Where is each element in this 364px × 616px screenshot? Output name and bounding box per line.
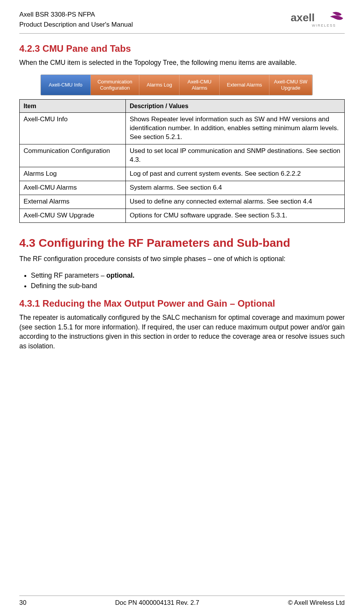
list-item: Defining the sub-band: [31, 281, 345, 291]
bullet-text: Setting RF parameters –: [31, 272, 107, 279]
section-4-2-3-heading: 4.2.3 CMU Pane and Tabs: [19, 43, 345, 54]
header-text: Axell BSR 3308-PS NFPA Product Descripti…: [19, 10, 133, 29]
table-row: Axell-CMU SW Upgrade Options for CMU sof…: [20, 209, 345, 222]
page-number: 30: [19, 599, 26, 606]
phase-list: Setting RF parameters – optional. Defini…: [31, 270, 345, 291]
cell-item: Alarms Log: [20, 167, 126, 181]
doc-revision: Doc PN 4000004131 Rev. 2.7: [115, 599, 199, 606]
table-row: Communication Configuration Used to set …: [20, 144, 345, 167]
cell-item: Axell-CMU SW Upgrade: [20, 209, 126, 222]
tab-external-alarms: External Alarms: [220, 75, 269, 95]
list-item: Setting RF parameters – optional.: [31, 270, 345, 281]
table-row: Alarms Log Log of past and current syste…: [20, 167, 345, 181]
cell-desc: System alarms. See section 6.4: [126, 181, 345, 195]
cmu-items-table: Item Description / Values Axell-CMU Info…: [19, 99, 345, 223]
brand-logo: axell WIRELESS: [291, 10, 345, 29]
svg-text:axell: axell: [291, 12, 315, 24]
table-header-item: Item: [20, 99, 126, 113]
section-4-3-heading: 4.3 Configuring the RF Parameters and Su…: [19, 236, 345, 249]
product-model: Axell BSR 3308-PS NFPA: [19, 10, 133, 20]
section-4-3-1-heading: 4.3.1 Reducing the Max Output Power and …: [19, 298, 345, 309]
section-4-3-intro: The RF configuration procedure consists …: [19, 254, 345, 264]
tab-comm-config: Communication Configuration: [91, 75, 140, 95]
copyright: © Axell Wireless Ltd: [288, 599, 345, 606]
table-row: Axell-CMU Alarms System alarms. See sect…: [20, 181, 345, 195]
cell-desc: Shows Repeater level information such as…: [126, 113, 345, 144]
tab-cmu-alarms: Axell-CMU Alarms: [179, 75, 220, 95]
svg-text:WIRELESS: WIRELESS: [312, 24, 336, 27]
tab-alarms-log: Alarms Log: [139, 75, 179, 95]
section-4-3-1-body: The repeater is automatically configured…: [19, 313, 345, 351]
tabs-screenshot: Axell-CMU Info Communication Configurati…: [41, 75, 313, 95]
cell-item: Axell-CMU Alarms: [20, 181, 126, 195]
cell-desc: Used to define any connected external al…: [126, 195, 345, 209]
tab-cmu-info: Axell-CMU Info: [41, 75, 91, 95]
page-footer: 30 Doc PN 4000004131 Rev. 2.7 © Axell Wi…: [19, 596, 345, 606]
cell-item: Axell-CMU Info: [20, 113, 126, 144]
bullet-bold: optional.: [107, 272, 135, 279]
tab-sw-upgrade: Axell-CMU SW Upgrade: [269, 75, 312, 95]
cell-desc: Options for CMU software upgrade. See se…: [126, 209, 345, 222]
cell-item: Communication Configuration: [20, 144, 126, 167]
axell-logo-icon: axell WIRELESS: [291, 10, 345, 29]
cell-desc: Used to set local IP communication and S…: [126, 144, 345, 167]
table-row: Axell-CMU Info Shows Repeater level info…: [20, 113, 345, 144]
table-header-row: Item Description / Values: [20, 99, 345, 113]
table-header-desc: Description / Values: [126, 99, 345, 113]
table-row: External Alarms Used to define any conne…: [20, 195, 345, 209]
doc-subtitle: Product Description and User's Manual: [19, 20, 133, 30]
section-4-2-3-intro: When the CMU item is selected in the Top…: [19, 58, 345, 68]
cell-desc: Log of past and current system events. S…: [126, 167, 345, 181]
cell-item: External Alarms: [20, 195, 126, 209]
page-header: Axell BSR 3308-PS NFPA Product Descripti…: [19, 10, 345, 34]
